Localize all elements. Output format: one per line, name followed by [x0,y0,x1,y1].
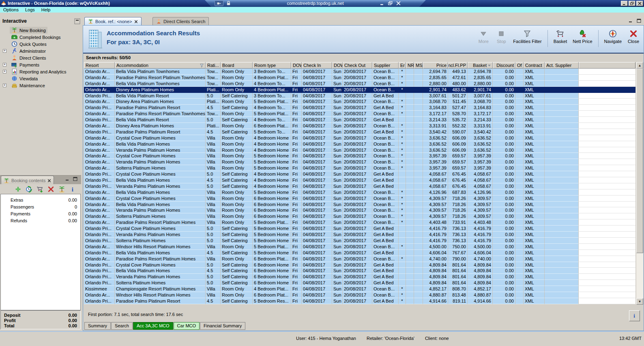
table-row[interactable]: Orlando Ar...Solterra Platinum HomesVill… [84,165,635,171]
close-button[interactable]: Close [627,30,640,44]
column-header-ms[interactable]: MS [414,62,423,69]
column-header-board[interactable]: Board [221,62,253,69]
table-row[interactable]: Orlando Pri...Solterra Platinum Homes5.0… [84,238,635,244]
table-row[interactable]: Orlando Ar...Disney Area Platinum HomesP… [84,123,635,129]
table-row[interactable]: Orlando Ar...Bella Vida Platinum HomesVi… [84,141,635,147]
expand-icon[interactable]: + [3,49,6,53]
table-row[interactable]: Orlando Ar...Windsor Hills Resort Platin… [84,244,635,250]
sidebar-item-completed-bookings[interactable]: Completed Bookings [0,34,81,41]
table-row[interactable]: Orlando Ar...Paradise Palms Resort Plati… [84,219,635,226]
table-row[interactable]: Orlando Pri...Bella Vida Platinum Resort… [84,93,635,99]
table-row[interactable]: Orlando Pri...Bella Vida Platinum Homes4… [84,268,635,274]
tab-direct-clients-search[interactable]: Direct Clients Search [152,17,209,25]
column-header-check-out[interactable]: Check Out [343,62,372,69]
column-header-price[interactable]: Price [423,62,448,69]
column-header-rating[interactable]: Rati... [206,62,221,69]
table-row[interactable]: Orlando Pri...Paradise Palms Platinum Re… [84,129,635,135]
menu-options[interactable]: Options [0,7,22,12]
sidebar-item-quick-quotes[interactable]: Quick Quotes [0,41,81,47]
info-button[interactable]: i [629,310,640,321]
table-row[interactable]: Orlando Ar...Solterra Platinum HomesVill… [84,213,635,219]
table-row[interactable]: Orlando Pri...Veranda Palms Platinum Hom… [84,183,635,189]
panel-minimize-icon[interactable] [65,177,70,181]
table-row[interactable]: Orlando Ar...Bella Vida Platinum HomesVi… [84,189,635,196]
column-header-resort[interactable]: Resort [84,62,115,69]
scroll-down-button[interactable]: ▼ [636,298,643,305]
sidebar-item-administrator[interactable]: +Administrator [0,47,81,54]
delete-icon[interactable] [47,186,54,193]
table-row[interactable]: KissimmeeChampionsgate Resort Platinum H… [84,286,635,292]
table-row[interactable]: Orlando Ar...Bella Vida Platinum Townhom… [84,81,635,87]
sidebar-item-viewdata[interactable]: Viewdata [0,75,81,82]
table-row[interactable]: Orlando Ar...Paradise Palms Resort Plati… [84,75,635,81]
column-header-of[interactable]: Of [515,62,524,69]
table-row[interactable]: Orlando Pri...Bella Vida Platinum Homes4… [84,250,635,256]
table-row[interactable]: Orlando Ar...Disney Area Platinum HomesP… [84,99,635,105]
rdp-close-button[interactable] [396,1,401,5]
column-header-incl-fl-pp[interactable]: Incl.Fl.PP [448,62,468,69]
basket-button[interactable]: Basket [554,30,567,44]
tab-close-button[interactable] [134,19,138,24]
bottom-tab-financial-summary[interactable]: Financial Summary [200,322,245,330]
column-header-accommodation[interactable]: Accommodation [115,62,206,69]
sidebar-item-new-booking[interactable]: New Booking [0,27,81,34]
add-icon[interactable] [15,186,21,193]
column-header-nr[interactable]: NR [406,62,414,69]
column-header-basket[interactable]: Basket [468,62,493,69]
sidebar-item-reporting-and-analytics[interactable]: +Reporting and Analytics [0,68,81,75]
table-row[interactable]: Orlando Pri...Paradise Palms Platinum Re… [84,105,635,111]
table-row[interactable]: Orlando Ar...Windsor Hills Resort Platin… [84,292,635,298]
sidebar-item-payments[interactable]: +$Payments [0,61,81,68]
window-close-button[interactable] [636,1,643,6]
cart-arrow-icon[interactable] [36,186,43,193]
table-row[interactable]: Orlando Ar...Bella Vida Platinum Townhom… [84,69,635,75]
column-header-dow-in[interactable]: DOW [291,62,302,69]
table-row[interactable]: Orlando Pri...Crystal Cove Platinum Home… [84,262,635,268]
bottom-tab-acc-3a-3c-mco[interactable]: Acc 3A,3C MCO [133,322,173,330]
table-row[interactable]: Orlando Pri...Crystal Cove Platinum Home… [84,226,635,232]
column-header-room-type[interactable]: Room type [253,62,291,69]
column-header-supplier[interactable]: Supplier [372,62,399,69]
scrollbar-thumb[interactable] [636,69,643,253]
table-row[interactable]: Orlando Pri...Bella Vida Platinum Homes4… [84,177,635,183]
column-header-er[interactable]: Er [399,62,406,69]
rdp-minimize-button[interactable] [380,1,384,5]
sidebar-collapse-button[interactable] [74,18,80,24]
table-row[interactable]: Orlando Pri...Bella Vida Platinum Resort… [84,117,635,123]
rdp-restore-button[interactable] [388,1,393,5]
table-row[interactable]: Orlando Ar...Paradise Palms Resort Plati… [84,111,635,117]
table-row[interactable]: Orlando Pri...Solterra Platinum Homes5.0… [84,280,635,286]
scroll-up-button[interactable]: ▲ [636,62,643,69]
palm-icon[interactable] [58,186,65,193]
panel-maximize-icon[interactable] [73,177,78,181]
column-header-check-in[interactable]: Check In [302,62,332,69]
table-row[interactable]: Orlando Pri...Veranda Palms Platinum Hom… [84,232,635,238]
bottom-tab-search[interactable]: Search [111,322,133,330]
column-header-dow-out[interactable]: DOW [332,62,343,69]
table-row[interactable]: Orlando Ar...Crystal Cove Platinum Homes… [84,153,635,159]
table-row[interactable]: Orlando Pri...Paradise Palms Platinum Re… [84,298,635,304]
sidebar-item-direct-clients[interactable]: Direct Clients [0,54,81,61]
window-minimize-button[interactable] [621,1,628,6]
booking-contents-tab[interactable]: Booking contents [1,176,54,185]
expand-icon[interactable]: + [3,63,6,67]
vertical-scrollbar[interactable]: ▲ ▼ [636,62,643,305]
table-row[interactable]: Orlando Ar...Veranda Palms Platinum Home… [84,147,635,153]
menu-help[interactable]: Help [38,7,54,12]
menu-logs[interactable]: Logs [22,7,38,12]
refresh-clock-icon[interactable] [26,186,32,193]
close-icon[interactable] [47,179,51,183]
column-header-discount[interactable]: Discount [493,62,515,69]
table-row[interactable]: Orlando Ar...Crystal Cove Platinum Homes… [84,196,635,202]
table-row[interactable]: Orlando Ar...Veranda Palms Platinum Home… [84,207,635,213]
panel-minimize-icon[interactable] [629,19,633,23]
table-row[interactable]: Orlando Ar...Disney Area Platinum HomesP… [84,87,635,93]
sidebar-item-maintenance[interactable]: +Maintenance [0,82,81,89]
window-restore-button[interactable] [629,1,635,6]
expand-icon[interactable]: + [3,70,6,73]
panel-maximize-icon[interactable] [637,19,642,23]
nett-price-button[interactable]: Nett Price [573,30,592,44]
table-row[interactable]: Orlando Ar...Paradise Palms Resort Plati… [84,256,635,262]
facilities-filter-button[interactable]: Facilities Filter [513,30,541,44]
column-header-act-supplier[interactable]: Act. Supplier [545,62,579,69]
